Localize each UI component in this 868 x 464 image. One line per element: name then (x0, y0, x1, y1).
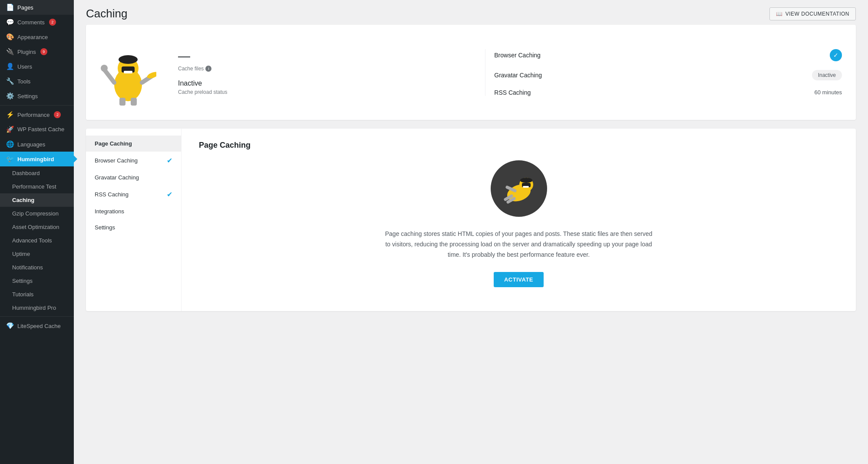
gravatar-caching-row: Gravatar Caching Inactive (494, 70, 842, 80)
sidebar-item-pages[interactable]: 📄 Pages (0, 0, 74, 15)
subnav-rss-caching[interactable]: RSS Caching ✔ (86, 186, 181, 203)
settings-icon: ⚙️ (6, 92, 14, 100)
sidebar-sub-uptime[interactable]: Uptime (0, 247, 74, 261)
svg-point-14 (520, 178, 532, 183)
gravatar-caching-label: Gravatar Caching (494, 72, 542, 79)
caching-sub-nav: Page Caching Browser Caching ✔ Gravatar … (86, 129, 182, 311)
pages-icon: 📄 (6, 3, 14, 11)
sidebar-item-performance[interactable]: ⚡ Performance 2 (0, 107, 74, 122)
subnav-page-caching[interactable]: Page Caching (86, 136, 181, 152)
svg-rect-4 (124, 71, 132, 73)
sidebar-sub-notifications[interactable]: Notifications (0, 261, 74, 274)
sidebar-item-comments[interactable]: 💬 Comments 2 (0, 15, 74, 30)
status-info: — Cache files i Inactive Cache preload s… (174, 50, 468, 95)
page-header: Caching 📖 VIEW DOCUMENTATION (74, 0, 868, 25)
comments-icon: 💬 (6, 18, 14, 26)
sidebar-item-languages[interactable]: 🌐 Languages (0, 137, 74, 152)
svg-rect-15 (523, 186, 529, 188)
performance-badge: 2 (54, 111, 61, 118)
content-area: Page Caching Browser Caching ✔ Gravatar … (86, 129, 856, 311)
sidebar-item-wp-fastest-cache[interactable]: 🚀 WP Fastest Cache (0, 122, 74, 137)
view-docs-button[interactable]: 📖 VIEW DOCUMENTATION (769, 7, 856, 20)
panel-hero-circle (491, 160, 547, 217)
cache-files-label: Cache files i (178, 66, 468, 72)
browser-caching-check: ✓ (830, 49, 842, 61)
sidebar-top-section: 📄 Pages 💬 Comments 2 🎨 Appearance 🔌 Plug… (0, 0, 74, 333)
gravatar-caching-status: Inactive (812, 70, 842, 80)
panel-title: Page Caching (199, 141, 251, 150)
comments-badge: 2 (49, 19, 56, 26)
sidebar-sub-asset-optimization[interactable]: Asset Optimization (0, 220, 74, 234)
activate-button[interactable]: ACTIVATE (494, 272, 544, 287)
subnav-integrations[interactable]: Integrations (86, 203, 181, 219)
hero-illustration (100, 37, 156, 108)
subnav-browser-caching[interactable]: Browser Caching ✔ (86, 152, 181, 169)
svg-rect-10 (131, 98, 137, 106)
rss-caching-value: 60 minutes (814, 89, 842, 96)
sidebar-item-settings[interactable]: ⚙️ Settings (0, 89, 74, 103)
cache-status: Inactive (178, 80, 468, 87)
users-icon: 👤 (6, 63, 14, 70)
browser-caching-row: Browser Caching ✓ (494, 49, 842, 61)
sidebar: 📄 Pages 💬 Comments 2 🎨 Appearance 🔌 Plug… (0, 0, 74, 464)
sidebar-sub-hummingbird-pro[interactable]: Hummingbird Pro (0, 301, 74, 315)
panel-description: Page caching stores static HTML copies o… (384, 229, 653, 260)
subnav-settings[interactable]: Settings (86, 219, 181, 235)
litespeed-icon: 💎 (6, 322, 14, 330)
plugins-icon: 🔌 (6, 48, 14, 56)
hummingbird-icon: 🐦 (6, 155, 14, 163)
caching-status-right: Browser Caching ✓ Gravatar Caching Inact… (485, 49, 842, 96)
browser-caching-label: Browser Caching (494, 52, 541, 59)
plugins-badge: 9 (40, 48, 47, 55)
svg-rect-9 (119, 98, 125, 106)
wp-cache-icon: 🚀 (6, 126, 14, 133)
page-title: Caching (86, 7, 127, 20)
rss-caching-label: RSS Caching (494, 89, 531, 96)
sidebar-divider-2 (0, 316, 74, 317)
sidebar-divider-1 (0, 105, 74, 106)
sidebar-item-users[interactable]: 👤 Users (0, 59, 74, 74)
sidebar-item-tools[interactable]: 🔧 Tools (0, 74, 74, 89)
status-card: — Cache files i Inactive Cache preload s… (86, 25, 856, 120)
view-docs-icon: 📖 (776, 11, 783, 17)
sidebar-item-plugins[interactable]: 🔌 Plugins 9 (0, 44, 74, 59)
performance-icon: ⚡ (6, 111, 14, 119)
cache-files-info-icon[interactable]: i (205, 66, 211, 72)
sidebar-item-hummingbird[interactable]: 🐦 Hummingbird (0, 152, 74, 166)
tools-icon: 🔧 (6, 77, 14, 85)
page-caching-panel: Page Caching (182, 129, 856, 311)
svg-point-6 (101, 65, 108, 72)
appearance-icon: 🎨 (6, 33, 14, 41)
sidebar-sub-performance-test[interactable]: Performance Test (0, 180, 74, 193)
svg-line-5 (104, 70, 114, 83)
browser-caching-check-icon: ✔ (167, 156, 172, 165)
sidebar-sub-tutorials[interactable]: Tutorials (0, 288, 74, 301)
cache-dash: — (178, 50, 468, 62)
cache-preload-label: Cache preload status (178, 89, 468, 95)
sidebar-sub-advanced-tools[interactable]: Advanced Tools (0, 234, 74, 247)
sidebar-sub-settings[interactable]: Settings (0, 274, 74, 288)
main-content: Caching 📖 VIEW DOCUMENTATION (74, 0, 868, 464)
rss-caching-row: RSS Caching 60 minutes (494, 89, 842, 96)
sidebar-sub-gzip[interactable]: Gzip Compression (0, 207, 74, 220)
sidebar-item-litespeed[interactable]: 💎 LiteSpeed Cache (0, 318, 74, 333)
sidebar-sub-caching[interactable]: Caching (0, 193, 74, 207)
svg-point-3 (119, 55, 138, 64)
languages-icon: 🌐 (6, 140, 14, 148)
sidebar-sub-dashboard[interactable]: Dashboard (0, 166, 74, 180)
hummingbird-arrow (74, 156, 77, 162)
rss-caching-check-icon: ✔ (167, 190, 172, 199)
sidebar-item-appearance[interactable]: 🎨 Appearance (0, 30, 74, 44)
subnav-gravatar-caching[interactable]: Gravatar Caching (86, 169, 181, 186)
